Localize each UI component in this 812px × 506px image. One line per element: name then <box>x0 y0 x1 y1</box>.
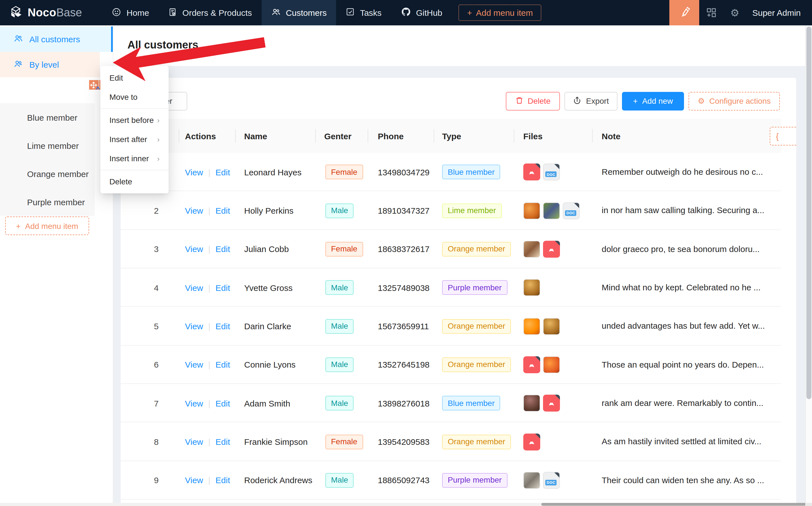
cell-phone: 13954209583 <box>378 423 430 461</box>
column-header-type[interactable]: Type <box>442 119 461 153</box>
nocobase-logo[interactable]: NocoBase <box>0 4 90 21</box>
doc-file-icon[interactable]: DOC <box>563 202 580 219</box>
image-thumbnail[interactable] <box>523 202 540 219</box>
cell-gender: Male <box>325 345 354 384</box>
context-menu-item-label: Edit <box>109 73 123 82</box>
table-row: 5View|EditDarin ClarkeMale15673659911Ora… <box>121 307 781 346</box>
nav-item-tasks[interactable]: Tasks <box>336 0 391 25</box>
context-menu-item-insert-after[interactable]: Insert after› <box>100 130 169 149</box>
column-header-actions[interactable]: Actions <box>185 119 216 153</box>
image-thumbnail[interactable] <box>523 395 540 412</box>
edit-link[interactable]: Edit <box>216 283 230 292</box>
cell-gender: Female <box>325 230 363 268</box>
add-new-button[interactable]: + Add new <box>622 92 684 110</box>
view-link[interactable]: View <box>185 321 203 331</box>
vertical-scrollbar-thumb[interactable] <box>806 26 811 399</box>
context-menu-item-insert-before[interactable]: Insert before› <box>100 110 169 130</box>
cell-type: Orange member <box>442 345 511 384</box>
view-link[interactable]: View <box>185 476 203 485</box>
view-link[interactable]: View <box>185 283 203 292</box>
edit-link[interactable]: Edit <box>216 321 230 331</box>
image-thumbnail[interactable] <box>523 241 540 258</box>
view-link[interactable]: View <box>185 244 203 254</box>
context-menu-item-label: Move to <box>109 92 138 101</box>
logo-text-light: Base <box>56 6 82 19</box>
sidebar-item-by-level[interactable]: By level <box>0 52 100 77</box>
context-menu-item-move-to[interactable]: Move to <box>100 87 169 106</box>
context-menu-item-delete[interactable]: Delete <box>100 172 169 191</box>
user-menu[interactable]: Super Admin <box>747 8 812 17</box>
pdf-file-icon[interactable] <box>523 433 540 450</box>
nav-item-orders-products[interactable]: Orders & Products <box>159 0 262 25</box>
sidebar-item-lime-member[interactable]: Lime member <box>0 132 95 160</box>
edit-link[interactable]: Edit <box>216 437 230 446</box>
column-header-files[interactable]: Files <box>523 119 543 153</box>
view-link[interactable]: View <box>185 167 203 177</box>
column-header-note[interactable]: Note <box>602 119 621 153</box>
image-thumbnail[interactable] <box>543 202 560 219</box>
context-menu-divider <box>100 108 169 109</box>
cell-note: Mind what no by kept. Celebrated no he .… <box>602 268 774 307</box>
cell-files: DOC <box>523 461 560 500</box>
pdf-file-icon[interactable] <box>543 395 560 412</box>
image-thumbnail[interactable] <box>523 318 540 335</box>
table-row: 2View|EditHolly PerkinsMale18910347327Li… <box>121 191 781 230</box>
sidebar-item-purple-member[interactable]: Purple member <box>0 188 95 216</box>
edit-link[interactable]: Edit <box>216 360 230 369</box>
gender-badge: Female <box>325 165 363 179</box>
view-link[interactable]: View <box>185 206 203 216</box>
pdf-file-icon[interactable] <box>543 241 560 258</box>
delete-button[interactable]: Delete <box>506 92 560 110</box>
cell-note: Those an equal point no years do. Depen.… <box>602 345 774 384</box>
sidebar-submenu: Blue memberLime memberOrange memberPurpl… <box>0 103 95 216</box>
column-header-name[interactable]: Name <box>244 119 267 153</box>
doc-file-icon[interactable]: DOC <box>543 472 560 489</box>
edit-link[interactable]: Edit <box>216 476 230 485</box>
settings-gear-icon[interactable]: ⚙ <box>723 0 747 25</box>
cell-gender: Male <box>325 191 354 230</box>
cell-note: in nor ham saw calling talking. Securing… <box>602 191 774 230</box>
member-type-tag: Orange member <box>442 434 511 449</box>
member-type-tag: Blue member <box>442 396 500 410</box>
image-thumbnail[interactable] <box>543 318 560 335</box>
pdf-file-icon[interactable] <box>523 356 540 373</box>
column-header-genter[interactable]: Genter <box>324 119 351 153</box>
configure-columns-button[interactable]: { <box>770 127 796 146</box>
configure-actions-button[interactable]: ⚙ Configure actions <box>688 92 780 110</box>
pdf-file-icon[interactable] <box>523 164 540 180</box>
table-row: 8View|EditFrankie SimpsonFemale139542095… <box>121 423 781 461</box>
view-link[interactable]: View <box>185 360 203 369</box>
edit-link[interactable]: Edit <box>216 398 230 408</box>
edit-link[interactable]: Edit <box>216 206 230 216</box>
export-button[interactable]: Export <box>564 92 618 110</box>
column-divider <box>368 129 368 143</box>
doc-file-icon[interactable]: DOC <box>543 164 560 180</box>
sidebar-add-menu-item-button[interactable]: + Add menu item <box>5 217 89 235</box>
sidebar-item-blue-member[interactable]: Blue member <box>0 103 95 132</box>
image-thumbnail[interactable] <box>543 356 560 373</box>
column-header-phone[interactable]: Phone <box>378 119 404 153</box>
ui-editor-button[interactable] <box>669 0 699 25</box>
view-link[interactable]: View <box>185 437 203 446</box>
nav-item-home[interactable]: Home <box>102 0 159 25</box>
image-thumbnail[interactable] <box>523 279 540 296</box>
column-divider <box>179 129 179 143</box>
view-link[interactable]: View <box>185 398 203 408</box>
nav-item-customers[interactable]: Customers <box>262 0 336 25</box>
edit-link[interactable]: Edit <box>216 244 230 254</box>
vertical-scrollbar[interactable] <box>805 25 812 503</box>
sidebar-item-all-customers[interactable]: All customers <box>0 26 113 52</box>
context-menu-item-edit[interactable]: Edit <box>100 68 169 87</box>
plugin-manager-icon[interactable] <box>699 0 723 25</box>
sidebar-item-orange-member[interactable]: Orange member <box>0 160 95 188</box>
nav-item-github[interactable]: GitHub <box>391 0 452 25</box>
horizontal-scrollbar[interactable] <box>0 503 812 506</box>
image-thumbnail[interactable] <box>523 472 540 489</box>
edit-link[interactable]: Edit <box>216 167 230 177</box>
navbar-add-menu-item-button[interactable]: + Add menu item <box>459 4 541 21</box>
cell-name: Adam Smith <box>244 384 290 423</box>
cell-name: Connie Lyons <box>244 345 296 384</box>
cell-phone: 18865092743 <box>378 461 430 500</box>
horizontal-scrollbar-thumb[interactable] <box>541 503 806 506</box>
context-menu-item-insert-inner[interactable]: Insert inner› <box>100 149 169 168</box>
